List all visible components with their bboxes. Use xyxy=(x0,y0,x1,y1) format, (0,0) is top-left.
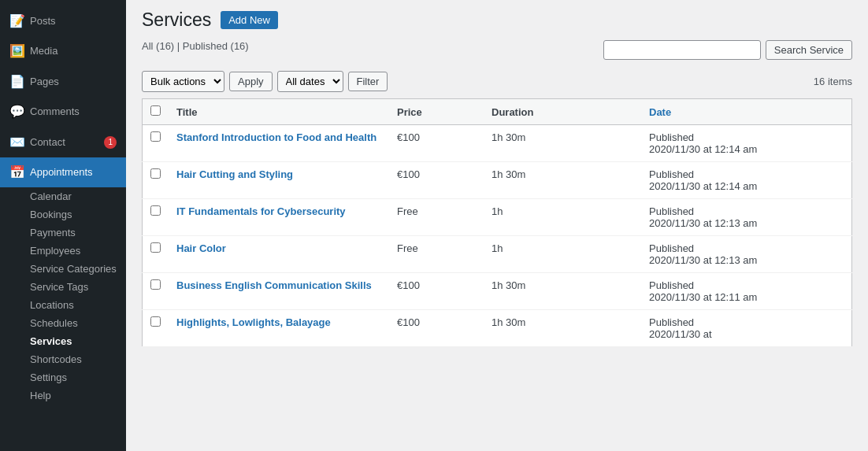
row-price-cell: €100 xyxy=(389,310,484,347)
sidebar-sub-bookings[interactable]: Bookings xyxy=(0,205,126,224)
page-header: Services Add New xyxy=(142,9,852,31)
search-row: Search Service xyxy=(603,40,852,60)
row-duration-cell: 1h 30m xyxy=(484,273,641,310)
sidebar-sub-employees[interactable]: Employees xyxy=(0,242,126,260)
table-row: IT Fundamentals for Cybersecurity Edit |… xyxy=(143,199,852,236)
sidebar-item-contact[interactable]: ✉️ Contact 1 xyxy=(0,128,126,157)
sidebar-item-posts[interactable]: 📝 Posts xyxy=(0,6,126,36)
posts-icon: 📝 xyxy=(9,13,24,30)
row-date-cell: Published 2020/11/30 at 12:14 am xyxy=(641,125,852,162)
row-checkbox-1[interactable] xyxy=(150,168,161,179)
table-row: Stanford Introduction to Food and Health… xyxy=(143,125,852,162)
row-title-cell: Business English Communication Skills Ed… xyxy=(169,273,389,310)
row-title-cell: Highlights, Lowlights, Balayage Edit | Q… xyxy=(169,310,389,347)
sidebar-sub-schedules[interactable]: Schedules xyxy=(0,314,126,332)
sidebar-sub-services[interactable]: Services xyxy=(0,332,126,350)
date-filter-select[interactable]: All dates xyxy=(277,71,343,92)
top-bar: All (16) | Published (16) Search Service xyxy=(142,40,852,66)
service-title-link-1[interactable]: Hair Cutting and Styling xyxy=(176,168,293,180)
row-checkbox-cell xyxy=(143,310,169,347)
contact-icon: ✉️ xyxy=(9,134,24,151)
table-row: Business English Communication Skills Ed… xyxy=(143,273,852,310)
service-title-link-2[interactable]: IT Fundamentals for Cybersecurity xyxy=(176,205,346,217)
row-duration-cell: 1h 30m xyxy=(484,125,641,162)
sidebar-sub-service-categories[interactable]: Service Categories xyxy=(0,260,126,278)
row-date-cell: Published 2020/11/30 at 12:13 am xyxy=(641,236,852,273)
row-duration-cell: 1h xyxy=(484,236,641,273)
row-title-cell: IT Fundamentals for Cybersecurity Edit |… xyxy=(169,199,389,236)
add-new-button[interactable]: Add New xyxy=(221,11,278,29)
row-checkbox-2[interactable] xyxy=(150,205,161,216)
sidebar-sub-help[interactable]: Help xyxy=(0,386,126,405)
table-row: Hair Cutting and Styling Edit | Quick Ed… xyxy=(143,162,852,199)
row-date-cell: Published 2020/11/30 at 12:14 am xyxy=(641,162,852,199)
row-checkbox-cell xyxy=(143,125,169,162)
row-date-cell: Published 2020/11/30 at 12:13 am xyxy=(641,199,852,236)
page-title: Services xyxy=(142,9,211,31)
row-checkbox-cell xyxy=(143,162,169,199)
table-header-row: Title Price Duration Date xyxy=(143,99,852,125)
row-checkbox-4[interactable] xyxy=(150,279,161,290)
row-date-cell: Published 2020/11/30 at xyxy=(641,310,852,347)
pages-icon: 📄 xyxy=(9,73,24,91)
published-filter-link[interactable]: Published (16) xyxy=(183,40,249,52)
row-duration-cell: 1h xyxy=(484,199,641,236)
contact-badge: 1 xyxy=(104,136,117,149)
row-price-cell: Free xyxy=(389,199,484,236)
row-price-cell: €100 xyxy=(389,162,484,199)
apply-button[interactable]: Apply xyxy=(229,72,273,91)
service-title-link-0[interactable]: Stanford Introduction to Food and Health xyxy=(176,131,377,143)
service-title-link-3[interactable]: Hair Color xyxy=(176,242,226,254)
sidebar-item-appointments[interactable]: 📅 Appointments xyxy=(0,157,126,187)
header-price-col: Price xyxy=(389,99,484,125)
header-duration-col: Duration xyxy=(484,99,641,125)
services-table: Title Price Duration Date Stanford Intro… xyxy=(142,98,852,347)
media-icon: 🖼️ xyxy=(9,43,24,60)
row-title-cell: Stanford Introduction to Food and Health… xyxy=(169,125,389,162)
filter-row: Bulk actions Apply All dates Filter 16 i… xyxy=(142,71,852,92)
sidebar-sub-calendar[interactable]: Calendar xyxy=(0,187,126,205)
row-duration-cell: 1h 30m xyxy=(484,310,641,347)
row-duration-cell: 1h 30m xyxy=(484,162,641,199)
row-price-cell: €100 xyxy=(389,273,484,310)
search-input[interactable] xyxy=(603,40,761,60)
row-price-cell: Free xyxy=(389,236,484,273)
row-checkbox-cell xyxy=(143,199,169,236)
sidebar-item-pages[interactable]: 📄 Pages xyxy=(0,67,126,97)
header-title-col[interactable]: Title xyxy=(169,99,389,125)
comments-icon: 💬 xyxy=(9,103,24,120)
header-date-col[interactable]: Date xyxy=(641,99,852,125)
table-row: Hair Color Edit | Quick Edit | Trash | V… xyxy=(143,236,852,273)
filter-links: All (16) | Published (16) xyxy=(142,40,249,52)
sidebar-sub-settings[interactable]: Settings xyxy=(0,368,126,386)
search-service-button[interactable]: Search Service xyxy=(766,40,852,60)
sidebar-item-media[interactable]: 🖼️ Media xyxy=(0,36,126,66)
select-all-checkbox[interactable] xyxy=(150,105,161,116)
row-checkbox-0[interactable] xyxy=(150,131,161,142)
items-count: 16 items xyxy=(814,76,852,87)
row-checkbox-cell xyxy=(143,273,169,310)
all-filter-link[interactable]: All (16) xyxy=(142,40,177,52)
sidebar: 📝 Posts 🖼️ Media 📄 Pages 💬 Comments ✉️ C… xyxy=(0,0,126,451)
sidebar-sub-service-tags[interactable]: Service Tags xyxy=(0,278,126,296)
row-title-cell: Hair Cutting and Styling Edit | Quick Ed… xyxy=(169,162,389,199)
sidebar-sub-shortcodes[interactable]: Shortcodes xyxy=(0,350,126,368)
row-date-cell: Published 2020/11/30 at 12:11 am xyxy=(641,273,852,310)
row-checkbox-5[interactable] xyxy=(150,316,161,327)
row-price-cell: €100 xyxy=(389,125,484,162)
sidebar-item-comments[interactable]: 💬 Comments xyxy=(0,97,126,127)
row-checkbox-3[interactable] xyxy=(150,242,161,253)
sidebar-sub-locations[interactable]: Locations xyxy=(0,296,126,314)
table-row: Highlights, Lowlights, Balayage Edit | Q… xyxy=(143,310,852,347)
appointments-icon: 📅 xyxy=(9,164,24,181)
row-checkbox-cell xyxy=(143,236,169,273)
row-title-cell: Hair Color Edit | Quick Edit | Trash | V… xyxy=(169,236,389,273)
service-title-link-5[interactable]: Highlights, Lowlights, Balayage xyxy=(176,316,331,328)
main-content: Services Add New All (16) | Published (1… xyxy=(126,0,868,451)
header-checkbox-col xyxy=(143,99,169,125)
filter-button[interactable]: Filter xyxy=(348,72,388,91)
bulk-actions-select[interactable]: Bulk actions xyxy=(142,71,224,92)
service-title-link-4[interactable]: Business English Communication Skills xyxy=(176,279,372,291)
sidebar-sub-payments[interactable]: Payments xyxy=(0,224,126,242)
